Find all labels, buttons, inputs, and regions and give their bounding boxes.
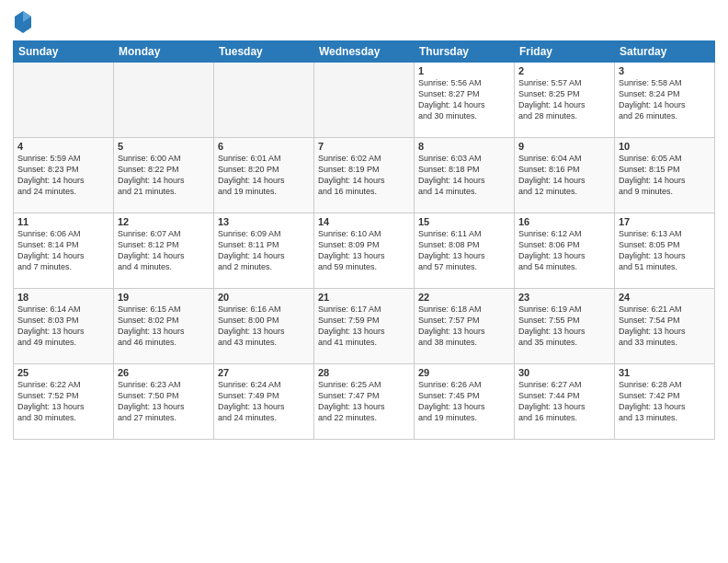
- day-number: 7: [318, 141, 410, 152]
- day-info: Sunrise: 6:22 AM Sunset: 7:52 PM Dayligh…: [17, 379, 109, 424]
- day-cell: 25Sunrise: 6:22 AM Sunset: 7:52 PM Dayli…: [14, 364, 114, 440]
- day-cell: 20Sunrise: 6:16 AM Sunset: 8:00 PM Dayli…: [214, 289, 314, 364]
- day-cell: 22Sunrise: 6:18 AM Sunset: 7:57 PM Dayli…: [415, 289, 515, 364]
- weekday-header-thursday: Thursday: [415, 41, 515, 63]
- day-info: Sunrise: 6:21 AM Sunset: 7:54 PM Dayligh…: [619, 304, 711, 349]
- day-info: Sunrise: 6:09 AM Sunset: 8:11 PM Dayligh…: [218, 228, 310, 273]
- day-cell: 9Sunrise: 6:04 AM Sunset: 8:16 PM Daylig…: [515, 138, 615, 213]
- day-number: 24: [619, 292, 711, 303]
- day-info: Sunrise: 6:18 AM Sunset: 7:57 PM Dayligh…: [418, 304, 510, 349]
- day-number: 30: [518, 367, 610, 378]
- day-number: 28: [318, 367, 410, 378]
- day-info: Sunrise: 6:14 AM Sunset: 8:03 PM Dayligh…: [17, 304, 109, 349]
- day-number: 25: [17, 367, 109, 378]
- day-number: 6: [218, 141, 310, 152]
- day-cell: 1Sunrise: 5:56 AM Sunset: 8:27 PM Daylig…: [415, 63, 515, 138]
- day-info: Sunrise: 5:59 AM Sunset: 8:23 PM Dayligh…: [17, 153, 109, 198]
- weekday-header-wednesday: Wednesday: [314, 41, 415, 63]
- week-row-2: 4Sunrise: 5:59 AM Sunset: 8:23 PM Daylig…: [14, 138, 715, 213]
- day-number: 22: [418, 292, 510, 303]
- day-info: Sunrise: 6:02 AM Sunset: 8:19 PM Dayligh…: [318, 153, 410, 198]
- day-cell: 16Sunrise: 6:12 AM Sunset: 8:06 PM Dayli…: [515, 213, 615, 289]
- day-cell: 23Sunrise: 6:19 AM Sunset: 7:55 PM Dayli…: [515, 289, 615, 364]
- day-cell: 29Sunrise: 6:26 AM Sunset: 7:45 PM Dayli…: [415, 364, 515, 440]
- weekday-header-row: SundayMondayTuesdayWednesdayThursdayFrid…: [14, 41, 715, 63]
- day-info: Sunrise: 6:17 AM Sunset: 7:59 PM Dayligh…: [318, 304, 410, 349]
- day-cell: 11Sunrise: 6:06 AM Sunset: 8:14 PM Dayli…: [14, 213, 114, 289]
- day-cell: 3Sunrise: 5:58 AM Sunset: 8:24 PM Daylig…: [615, 63, 715, 138]
- day-number: 9: [518, 141, 610, 152]
- day-info: Sunrise: 6:24 AM Sunset: 7:49 PM Dayligh…: [218, 379, 310, 424]
- day-cell: 7Sunrise: 6:02 AM Sunset: 8:19 PM Daylig…: [314, 138, 415, 213]
- day-info: Sunrise: 6:28 AM Sunset: 7:42 PM Dayligh…: [619, 379, 711, 424]
- logo: [13, 9, 35, 35]
- day-number: 14: [318, 216, 410, 227]
- weekday-header-saturday: Saturday: [615, 41, 715, 63]
- day-cell: 15Sunrise: 6:11 AM Sunset: 8:08 PM Dayli…: [415, 213, 515, 289]
- day-number: 26: [118, 367, 210, 378]
- day-number: 3: [619, 65, 711, 76]
- day-cell: 30Sunrise: 6:27 AM Sunset: 7:44 PM Dayli…: [515, 364, 615, 440]
- day-number: 16: [518, 216, 610, 227]
- day-info: Sunrise: 6:26 AM Sunset: 7:45 PM Dayligh…: [418, 379, 510, 424]
- day-cell: [314, 63, 415, 138]
- day-cell: 31Sunrise: 6:28 AM Sunset: 7:42 PM Dayli…: [615, 364, 715, 440]
- day-info: Sunrise: 6:07 AM Sunset: 8:12 PM Dayligh…: [118, 228, 210, 273]
- day-info: Sunrise: 6:23 AM Sunset: 7:50 PM Dayligh…: [118, 379, 210, 424]
- day-number: 18: [17, 292, 109, 303]
- day-cell: 27Sunrise: 6:24 AM Sunset: 7:49 PM Dayli…: [214, 364, 314, 440]
- day-cell: 26Sunrise: 6:23 AM Sunset: 7:50 PM Dayli…: [114, 364, 214, 440]
- day-number: 19: [118, 292, 210, 303]
- weekday-header-tuesday: Tuesday: [214, 41, 314, 63]
- day-cell: 24Sunrise: 6:21 AM Sunset: 7:54 PM Dayli…: [615, 289, 715, 364]
- day-cell: 2Sunrise: 5:57 AM Sunset: 8:25 PM Daylig…: [515, 63, 615, 138]
- day-info: Sunrise: 6:27 AM Sunset: 7:44 PM Dayligh…: [518, 379, 610, 424]
- weekday-header-monday: Monday: [114, 41, 214, 63]
- week-row-3: 11Sunrise: 6:06 AM Sunset: 8:14 PM Dayli…: [14, 213, 715, 289]
- day-info: Sunrise: 6:00 AM Sunset: 8:22 PM Dayligh…: [118, 153, 210, 198]
- day-info: Sunrise: 6:25 AM Sunset: 7:47 PM Dayligh…: [318, 379, 410, 424]
- day-number: 15: [418, 216, 510, 227]
- weekday-header-friday: Friday: [515, 41, 615, 63]
- day-cell: 19Sunrise: 6:15 AM Sunset: 8:02 PM Dayli…: [114, 289, 214, 364]
- day-info: Sunrise: 6:01 AM Sunset: 8:20 PM Dayligh…: [218, 153, 310, 198]
- day-number: 23: [518, 292, 610, 303]
- day-number: 2: [518, 65, 610, 76]
- day-info: Sunrise: 6:19 AM Sunset: 7:55 PM Dayligh…: [518, 304, 610, 349]
- day-number: 17: [619, 216, 711, 227]
- day-cell: 21Sunrise: 6:17 AM Sunset: 7:59 PM Dayli…: [314, 289, 415, 364]
- day-cell: 17Sunrise: 6:13 AM Sunset: 8:05 PM Dayli…: [615, 213, 715, 289]
- day-number: 11: [17, 216, 109, 227]
- calendar: SundayMondayTuesdayWednesdayThursdayFrid…: [13, 40, 715, 440]
- day-info: Sunrise: 6:04 AM Sunset: 8:16 PM Dayligh…: [518, 153, 610, 198]
- day-cell: 4Sunrise: 5:59 AM Sunset: 8:23 PM Daylig…: [14, 138, 114, 213]
- day-number: 1: [418, 65, 510, 76]
- day-number: 10: [619, 141, 711, 152]
- day-info: Sunrise: 6:11 AM Sunset: 8:08 PM Dayligh…: [418, 228, 510, 273]
- day-info: Sunrise: 6:16 AM Sunset: 8:00 PM Dayligh…: [218, 304, 310, 349]
- day-number: 27: [218, 367, 310, 378]
- day-number: 21: [318, 292, 410, 303]
- day-cell: 14Sunrise: 6:10 AM Sunset: 8:09 PM Dayli…: [314, 213, 415, 289]
- day-cell: [214, 63, 314, 138]
- day-number: 13: [218, 216, 310, 227]
- weekday-header-sunday: Sunday: [14, 41, 114, 63]
- day-info: Sunrise: 6:12 AM Sunset: 8:06 PM Dayligh…: [518, 228, 610, 273]
- day-info: Sunrise: 5:56 AM Sunset: 8:27 PM Dayligh…: [418, 77, 510, 122]
- day-cell: 6Sunrise: 6:01 AM Sunset: 8:20 PM Daylig…: [214, 138, 314, 213]
- day-number: 20: [218, 292, 310, 303]
- day-info: Sunrise: 6:13 AM Sunset: 8:05 PM Dayligh…: [619, 228, 711, 273]
- day-info: Sunrise: 6:10 AM Sunset: 8:09 PM Dayligh…: [318, 228, 410, 273]
- day-cell: 12Sunrise: 6:07 AM Sunset: 8:12 PM Dayli…: [114, 213, 214, 289]
- logo-icon: [13, 9, 33, 35]
- day-number: 5: [118, 141, 210, 152]
- day-info: Sunrise: 6:06 AM Sunset: 8:14 PM Dayligh…: [17, 228, 109, 273]
- header: [13, 9, 715, 35]
- day-cell: 13Sunrise: 6:09 AM Sunset: 8:11 PM Dayli…: [214, 213, 314, 289]
- day-number: 4: [17, 141, 109, 152]
- day-info: Sunrise: 6:03 AM Sunset: 8:18 PM Dayligh…: [418, 153, 510, 198]
- week-row-5: 25Sunrise: 6:22 AM Sunset: 7:52 PM Dayli…: [14, 364, 715, 440]
- day-cell: 10Sunrise: 6:05 AM Sunset: 8:15 PM Dayli…: [615, 138, 715, 213]
- day-number: 31: [619, 367, 711, 378]
- day-cell: 28Sunrise: 6:25 AM Sunset: 7:47 PM Dayli…: [314, 364, 415, 440]
